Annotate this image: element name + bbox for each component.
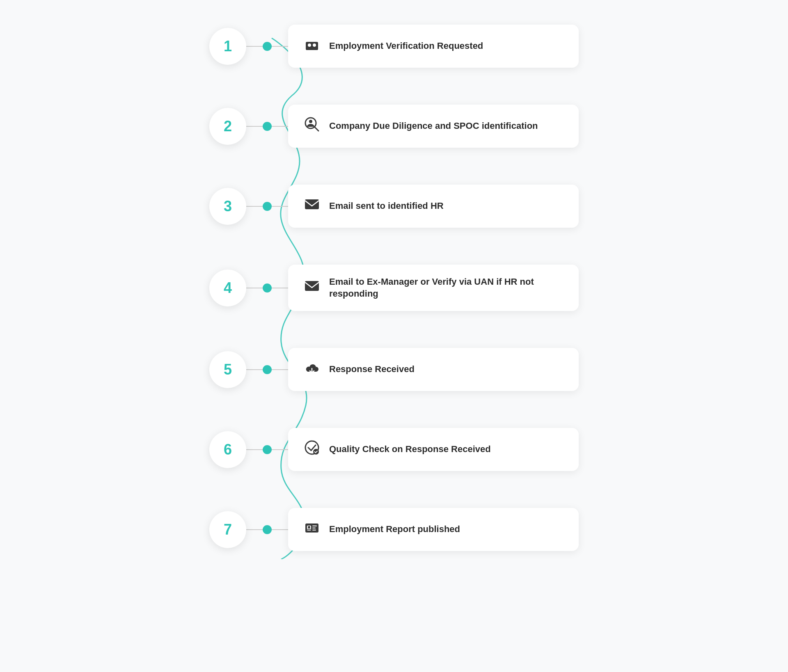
svg-rect-16 (312, 530, 316, 530)
connector-right-6 (272, 449, 288, 450)
svg-rect-14 (312, 526, 317, 526)
timeline-item-6: 6 Quality Check on Response Received (209, 428, 579, 471)
connector-left-7 (246, 529, 263, 530)
id-card-icon (303, 519, 321, 539)
timeline-dot-4 (263, 283, 272, 293)
svg-point-4 (309, 120, 312, 123)
svg-rect-7 (305, 281, 319, 291)
step-label-2: Company Due Diligence and SPOC identific… (329, 120, 538, 132)
timeline-dot-5 (263, 365, 272, 374)
timeline-dot-7 (263, 525, 272, 534)
svg-point-12 (308, 526, 310, 528)
step-label-1: Employment Verification Requested (329, 40, 483, 52)
timeline-dot-3 (263, 202, 272, 211)
step-card-3: Email sent to identified HR (288, 185, 579, 228)
timeline-item-3: 3 Email sent to identified HR (209, 185, 579, 228)
svg-point-1 (308, 43, 311, 47)
step-number-3: 3 (209, 188, 246, 225)
step-card-1: Employment Verification Requested (288, 25, 579, 68)
timeline-item-2: 2 Company Due Diligence and SPOC identif… (209, 105, 579, 148)
step-label-5: Response Received (329, 363, 415, 375)
connector-left-2 (246, 126, 263, 127)
step-number-5: 5 (209, 351, 246, 388)
step-card-2: Company Due Diligence and SPOC identific… (288, 105, 579, 148)
step-number-1: 1 (209, 28, 246, 65)
timeline-item-4: 4 Email to Ex-Manager or Verify via UAN … (209, 265, 579, 311)
step-number-4: 4 (209, 270, 246, 306)
svg-line-5 (315, 127, 318, 131)
svg-point-2 (313, 43, 316, 47)
step-card-4: Email to Ex-Manager or Verify via UAN if… (288, 265, 579, 311)
timeline-dot-2 (263, 122, 272, 131)
connector-left-3 (246, 206, 263, 207)
step-label-6: Quality Check on Response Received (329, 443, 491, 455)
timeline-dot-1 (263, 42, 272, 51)
check-circle-icon (303, 439, 321, 459)
timeline-container: 1 Employment Verification Requested (209, 16, 579, 559)
svg-rect-15 (312, 528, 316, 528)
connector-left-6 (246, 449, 263, 450)
svg-point-9 (313, 449, 319, 455)
step-number-7: 7 (209, 511, 246, 548)
step-label-4: Email to Ex-Manager or Verify via UAN if… (329, 276, 564, 299)
connector-right-7 (272, 529, 288, 530)
connector-left-1 (246, 46, 263, 47)
magnify-person-icon (303, 116, 321, 136)
connector-left-4 (246, 288, 263, 288)
connector-right-1 (272, 46, 288, 47)
connector-right-4 (272, 288, 288, 288)
envelope-icon-3 (303, 196, 321, 216)
step-number-2: 2 (209, 108, 246, 145)
connector-right-5 (272, 369, 288, 370)
envelope-icon-4 (303, 278, 321, 298)
timeline-item-1: 1 Employment Verification Requested (209, 25, 579, 68)
step-number-6: 6 (209, 431, 246, 468)
briefcase-people-icon (303, 36, 321, 56)
step-label-3: Email sent to identified HR (329, 200, 444, 212)
step-card-6: Quality Check on Response Received (288, 428, 579, 471)
timeline-item-7: 7 Employment Report published (209, 508, 579, 551)
timeline-dot-6 (263, 445, 272, 454)
svg-rect-6 (305, 199, 319, 209)
timeline-item-5: 5 Response Received (209, 348, 579, 391)
connector-right-2 (272, 126, 288, 127)
connector-left-5 (246, 369, 263, 370)
step-label-7: Employment Report published (329, 523, 460, 535)
step-card-5: Response Received (288, 348, 579, 391)
step-card-7: Employment Report published (288, 508, 579, 551)
connector-right-3 (272, 206, 288, 207)
svg-rect-13 (307, 529, 311, 530)
download-cloud-icon (303, 359, 321, 379)
